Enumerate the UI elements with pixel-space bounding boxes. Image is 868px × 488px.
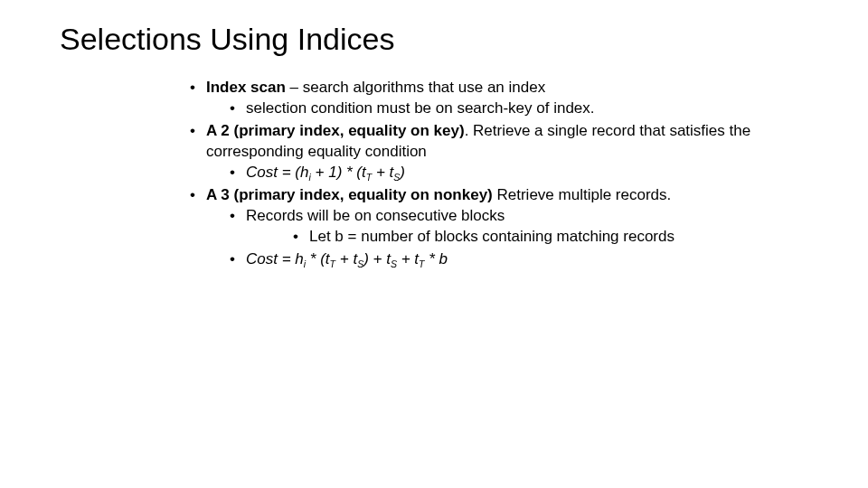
bullet-a3: A 3 (primary index, equality on nonkey) … (190, 185, 778, 270)
subscript: S (391, 258, 397, 269)
text: – search algorithms that use an index (290, 79, 546, 96)
text: + t (397, 250, 419, 267)
bullet-a3-letb: Let b = number of blocks containing matc… (293, 227, 778, 248)
text: + 1) * (t (311, 164, 366, 181)
bullet-a3-records: Records will be on consecutive blocks Le… (230, 206, 778, 248)
cost-formula: Cost = hi * (tT + tS) + tS + tT * b (246, 250, 448, 267)
cost-formula: Cost = (hi + 1) * (tT + tS) (246, 164, 405, 181)
bullet-index-scan-sub: selection condition must be on search-ke… (230, 99, 778, 119)
text-bold: A 3 (primary index, equality on nonkey) (206, 186, 493, 203)
bullet-a3-cost: Cost = hi * (tT + tS) + tS + tT * b (230, 249, 778, 270)
text: Cost = (h (246, 164, 308, 181)
text: + t (372, 164, 393, 181)
text: ) (400, 164, 405, 181)
text: Let b = number of blocks containing matc… (309, 228, 675, 245)
text-bold: A 2 (primary index, equality on key) (206, 122, 465, 139)
text: * b (425, 250, 448, 267)
bullet-a2: A 2 (primary index, equality on key). Re… (190, 121, 778, 183)
text-bold: Index scan (206, 79, 290, 96)
text: + t (335, 250, 357, 267)
slide: Selections Using Indices Index scan – se… (0, 0, 868, 488)
text: * (t (306, 250, 329, 267)
text: selection condition must be on search-ke… (246, 99, 595, 117)
bullet-a2-cost: Cost = (hi + 1) * (tT + tS) (230, 163, 778, 183)
text: Retrieve multiple records. (493, 186, 671, 203)
text: Cost = h (246, 250, 304, 267)
slide-title: Selections Using Indices (60, 22, 394, 57)
text: Records will be on consecutive blocks (246, 207, 505, 224)
bullet-index-scan: Index scan – search algorithms that use … (190, 78, 778, 119)
slide-body: Index scan – search algorithms that use … (190, 78, 778, 271)
text: ) + t (363, 250, 391, 267)
